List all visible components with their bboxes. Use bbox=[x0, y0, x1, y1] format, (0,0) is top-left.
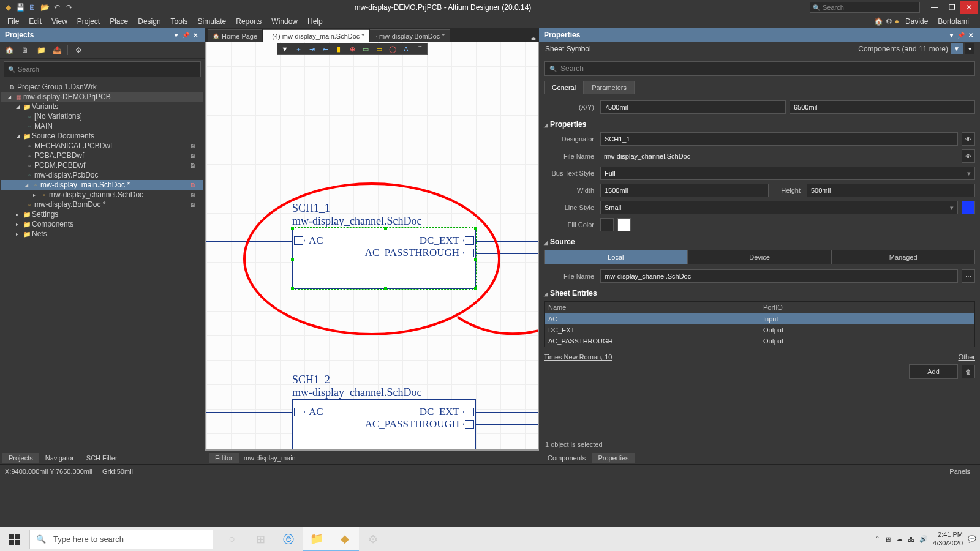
edge-icon[interactable]: ⓔ bbox=[274, 527, 303, 552]
ft-arc-icon[interactable]: ⌒ bbox=[415, 44, 424, 54]
ft-box2-icon[interactable]: ▭ bbox=[374, 44, 384, 54]
entry-row-2[interactable]: AC_PASSTHROUGHOutput bbox=[545, 335, 974, 347]
linestyle-select[interactable]: Small bbox=[600, 201, 958, 214]
save-icon[interactable]: 💾 bbox=[15, 2, 26, 13]
sec-properties[interactable]: Properties bbox=[544, 120, 975, 129]
panel-pin-icon[interactable]: 📌 bbox=[181, 32, 190, 39]
menu-view[interactable]: View bbox=[47, 16, 72, 27]
menu-project[interactable]: Project bbox=[72, 16, 105, 27]
undo-icon[interactable]: ↶ bbox=[51, 2, 62, 13]
tree-src-4[interactable]: ◢▫mw-display_main.SchDoc *🗎 bbox=[1, 180, 203, 190]
settings-gear-icon[interactable]: ⚙ bbox=[886, 17, 892, 26]
redo-icon[interactable]: ↷ bbox=[64, 2, 75, 13]
tray-cloud-icon[interactable]: ☁ bbox=[896, 535, 903, 543]
ft-text-icon[interactable]: A bbox=[401, 44, 411, 54]
fillcolor-swatch[interactable] bbox=[617, 218, 631, 231]
ss1-box[interactable]: AC DC_EXT AC_PASSTHROUGH bbox=[292, 228, 476, 289]
props-pin-icon[interactable]: 📌 bbox=[957, 32, 965, 39]
bustext-select[interactable]: Full bbox=[600, 167, 975, 180]
tab-general[interactable]: General bbox=[544, 81, 584, 94]
other-link[interactable]: Other bbox=[958, 353, 975, 361]
panel-dropdown-icon[interactable]: ▾ bbox=[172, 32, 180, 39]
menu-design[interactable]: Design bbox=[133, 16, 165, 27]
sec-entries[interactable]: Sheet Entries bbox=[544, 289, 975, 298]
explorer-icon[interactable]: 📁 bbox=[303, 527, 331, 552]
ss2-box[interactable]: AC DC_EXT AC_PASSTHROUGH bbox=[292, 399, 476, 451]
ft-align1-icon[interactable]: ⇥ bbox=[307, 44, 317, 54]
settings-task-icon[interactable]: ⚙ bbox=[359, 527, 387, 552]
designator-visible-icon[interactable]: 👁 bbox=[962, 132, 975, 146]
taskbar-search[interactable]: Type here to search bbox=[29, 530, 213, 549]
ft-filter-icon[interactable]: ▼ bbox=[280, 44, 290, 54]
font-link[interactable]: Times New Roman, 10 bbox=[544, 353, 612, 361]
menu-window[interactable]: Window bbox=[266, 16, 303, 27]
user-icon[interactable]: ● bbox=[895, 17, 899, 26]
menu-edit[interactable]: Edit bbox=[24, 16, 47, 27]
menu-reports[interactable]: Reports bbox=[231, 16, 266, 27]
sheet-symbol-2[interactable]: SCH1_2 mw-display_channel.SchDoc AC DC_E… bbox=[292, 373, 476, 451]
menu-tools[interactable]: Tools bbox=[166, 16, 193, 27]
panel-close-icon[interactable]: ✕ bbox=[191, 32, 200, 39]
tray-up-icon[interactable]: ˄ bbox=[876, 535, 880, 543]
tray-clock[interactable]: 2:41 PM 4/30/2020 bbox=[933, 531, 963, 547]
props-dropdown-icon[interactable]: ▾ bbox=[947, 32, 956, 39]
ft-circle-icon[interactable]: ◯ bbox=[388, 44, 398, 54]
props-close-icon[interactable]: ✕ bbox=[967, 32, 975, 39]
close-button[interactable]: ✕ bbox=[960, 1, 978, 14]
btab-components[interactable]: Components bbox=[541, 453, 592, 463]
schematic-canvas[interactable]: ▼ ＋ ⇥ ⇤ ▮ ⊕ ▭ ▭ ◯ A ⌒ SCH1_1 mw-display_… bbox=[205, 42, 539, 451]
tree-source[interactable]: ◢📁Source Documents bbox=[1, 131, 203, 141]
sec-source[interactable]: Source bbox=[544, 238, 975, 246]
panels-button[interactable]: Panels bbox=[944, 467, 975, 476]
projects-search[interactable]: Search bbox=[4, 61, 201, 77]
ptab-navigator[interactable]: Navigator bbox=[39, 453, 80, 463]
maximize-button[interactable]: ❐ bbox=[943, 1, 960, 14]
width-input[interactable]: 1500mil bbox=[600, 184, 769, 197]
sheet-symbol-1[interactable]: SCH1_1 mw-display_channel.SchDoc AC DC_E… bbox=[292, 202, 476, 289]
tray-vol-icon[interactable]: 🔊 bbox=[919, 535, 928, 543]
tree-components[interactable]: ▸📁Components bbox=[1, 219, 203, 229]
filter-button[interactable]: ▼ bbox=[951, 43, 963, 54]
entry-row-1[interactable]: DC_EXTOutput bbox=[545, 324, 974, 335]
open-icon[interactable]: 📂 bbox=[39, 2, 50, 13]
minimize-button[interactable]: — bbox=[926, 1, 943, 14]
y-input[interactable]: 6500mil bbox=[790, 100, 975, 114]
tree-nets[interactable]: ▸📁Nets bbox=[1, 229, 203, 239]
tree-variants[interactable]: ◢📁Variants bbox=[1, 102, 203, 111]
tree-novar[interactable]: ▫[No Variations] bbox=[1, 111, 203, 121]
src-local[interactable]: Local bbox=[544, 250, 688, 264]
tree-group[interactable]: 🗎Project Group 1.DsnWrk bbox=[1, 82, 203, 92]
menu-help[interactable]: Help bbox=[303, 16, 328, 27]
linecolor-swatch[interactable] bbox=[962, 201, 975, 214]
filename-visible-icon[interactable]: 👁 bbox=[962, 149, 975, 163]
designator-input[interactable]: SCH1_1 bbox=[600, 132, 958, 146]
src-filename-input[interactable]: mw-display_channel.SchDoc bbox=[600, 269, 958, 283]
tree-main[interactable]: ▫MAIN bbox=[1, 121, 203, 131]
menu-simulate[interactable]: Simulate bbox=[193, 16, 232, 27]
src-browse-icon[interactable]: ⋯ bbox=[962, 269, 975, 283]
tree-src-3[interactable]: ▫mw-display.PcbDoc bbox=[1, 170, 203, 180]
altium-task-icon[interactable]: ◆ bbox=[331, 527, 359, 552]
home-icon[interactable]: 🏠 bbox=[874, 17, 883, 26]
tree-settings[interactable]: ▸📁Settings bbox=[1, 209, 203, 219]
ptab-projects[interactable]: Projects bbox=[2, 453, 39, 463]
tree-src-2[interactable]: ▫PCBM.PCBDwf🗎 bbox=[1, 160, 203, 170]
home-tbicon[interactable]: 🏠 bbox=[4, 45, 15, 56]
ft-bar-icon[interactable]: ▮ bbox=[334, 44, 344, 54]
share-tbicon[interactable]: 📤 bbox=[51, 45, 62, 56]
properties-search[interactable]: Search bbox=[544, 61, 975, 76]
src-managed[interactable]: Managed bbox=[831, 250, 975, 264]
tree-src-5[interactable]: ▸▫mw-display_channel.SchDoc🗎 bbox=[1, 190, 203, 200]
tree-src-6[interactable]: ▫mw-display.BomDoc *🗎 bbox=[1, 200, 203, 209]
ptab-schfilter[interactable]: SCH Filter bbox=[80, 453, 124, 463]
height-input[interactable]: 500mil bbox=[807, 184, 975, 197]
global-search[interactable]: Search bbox=[810, 2, 920, 13]
save-all-icon[interactable]: 🗎 bbox=[27, 2, 38, 13]
tray-notif-icon[interactable]: 💬 bbox=[968, 535, 976, 543]
tree-src-0[interactable]: ▫MECHANICAL.PCBDwf🗎 bbox=[1, 141, 203, 151]
add-button[interactable]: Add bbox=[909, 364, 958, 379]
menu-file[interactable]: File bbox=[2, 16, 24, 27]
tab-bom[interactable]: ▫mw-display.BomDoc * bbox=[370, 29, 450, 42]
gear-tbicon[interactable]: ⚙ bbox=[73, 45, 84, 56]
tray-display-icon[interactable]: 🖥 bbox=[884, 536, 891, 543]
